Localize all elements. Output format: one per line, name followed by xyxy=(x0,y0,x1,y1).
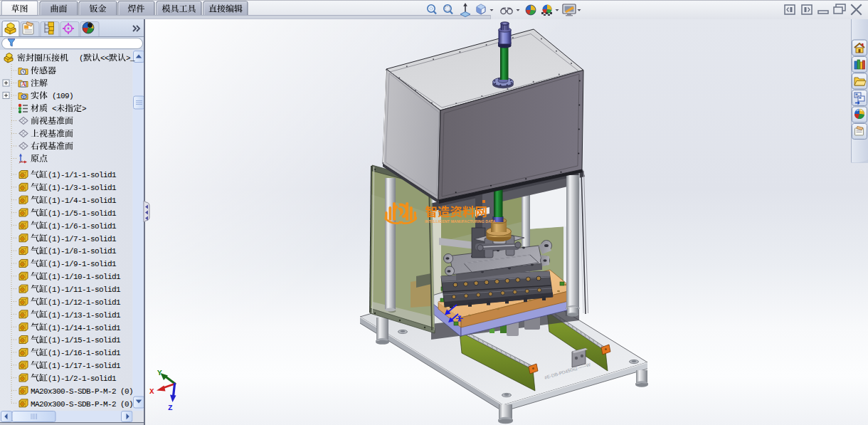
svg-text:(1)-1/2-1-solid1: (1)-1/2-1-solid1 xyxy=(48,374,117,383)
svg-text:<: < xyxy=(52,105,56,113)
svg-text:MA20x300-S-SDB-P-M-2 (0): MA20x300-S-SDB-P-M-2 (0) xyxy=(31,387,133,396)
svg-text:Z: Z xyxy=(168,404,173,412)
svg-text:(1)-1/16-1-solid1: (1)-1/16-1-solid1 xyxy=(48,349,121,357)
svg-text:Y: Y xyxy=(157,369,162,377)
svg-text:(1)-1/17-1-solid1: (1)-1/17-1-solid1 xyxy=(48,362,121,370)
svg-text:(1)-1/14-1-solid1: (1)-1/14-1-solid1 xyxy=(48,324,121,332)
svg-text:(109): (109) xyxy=(52,92,73,100)
svg-text:(1)-1/13-1-solid1: (1)-1/13-1-solid1 xyxy=(48,311,121,320)
svg-text:MA20x300-S-SDB-P-M-2 (0): MA20x300-S-SDB-P-M-2 (0) xyxy=(31,400,133,409)
svg-text:<<: << xyxy=(100,54,109,63)
svg-text:(1)-1/5-1-solid1: (1)-1/5-1-solid1 xyxy=(48,209,117,218)
svg-text:(1)-1/15-1-solid1: (1)-1/15-1-solid1 xyxy=(48,336,121,345)
svg-text:INTELLIGENT MANUFACTURING DATA: INTELLIGENT MANUFACTURING DATA xyxy=(425,219,495,224)
svg-text:(1)-1/6-1-solid1: (1)-1/6-1-solid1 xyxy=(48,222,117,231)
svg-text:(1)-1/7-1-solid1: (1)-1/7-1-solid1 xyxy=(48,235,117,243)
svg-text:(1)-1/3-1-solid1: (1)-1/3-1-solid1 xyxy=(48,184,117,192)
svg-text:X: X xyxy=(149,387,154,396)
svg-text:(: ( xyxy=(79,54,83,63)
svg-text:(1)-1/12-1-solid1: (1)-1/12-1-solid1 xyxy=(48,298,121,307)
svg-text:(1)-1/4-1-solid1: (1)-1/4-1-solid1 xyxy=(48,196,117,205)
svg-text:(1)-1/9-1-solid1: (1)-1/9-1-solid1 xyxy=(48,260,117,268)
svg-text:(1)-1/10-1-solid1: (1)-1/10-1-solid1 xyxy=(48,273,121,281)
svg-text:A: A xyxy=(21,81,26,88)
svg-text:(1)-1/8-1-solid1: (1)-1/8-1-solid1 xyxy=(48,247,117,256)
svg-text:>_: >_ xyxy=(126,54,135,63)
svg-text:>: > xyxy=(82,105,86,113)
svg-text:(1)-1/11-1-solid1: (1)-1/11-1-solid1 xyxy=(48,285,121,294)
svg-text:(1)-1/1-1-solid1: (1)-1/1-1-solid1 xyxy=(48,171,117,179)
